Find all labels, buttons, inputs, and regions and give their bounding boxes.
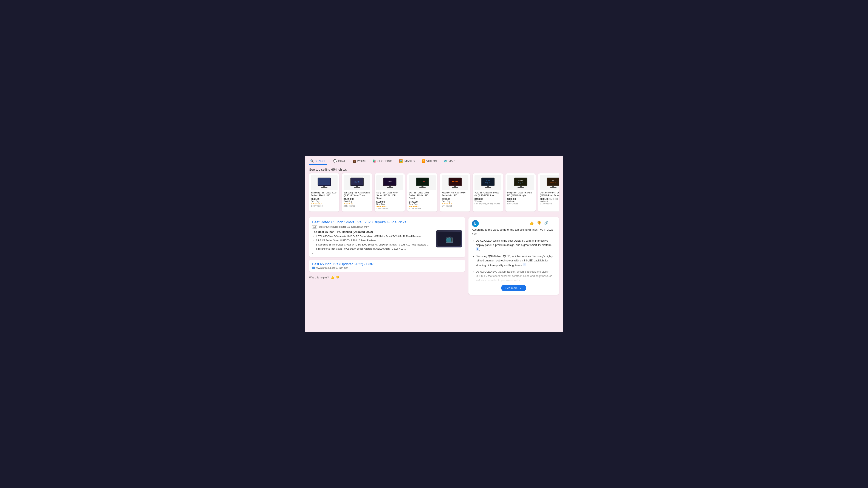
product-store: Best Buy	[344, 200, 370, 203]
svg-rect-7	[356, 186, 358, 187]
ai-item-2: Samsung QN90A Neo QLED, which combines S…	[476, 255, 553, 267]
ai-answer-box: b 👍 👎 🔗 ⋯ According to the web, some of …	[468, 217, 559, 295]
product-name: Sony - 65" Class X80K Series LED 4K HDR …	[376, 191, 403, 200]
product-price: $398.00	[507, 198, 534, 200]
tab-chat-label: CHAT	[338, 159, 345, 163]
product-viewed: 1.5K+ viewed	[376, 208, 403, 210]
list-item: 3. Samsung 65-Inch Class Crystal UHD TU-…	[316, 243, 434, 247]
list-item[interactable]: onn.OPAL QLED Onn. 65 Qled 4K UHD (2160P…	[538, 173, 559, 212]
nav-tabs: 🔍 SEARCH 💬 CHAT 💼 WORK 🛍️ SHOPPING 🖼️ IM…	[305, 156, 563, 165]
ai-item-3-faded: LG G2 OLED Evo Gallery Edition, which is…	[476, 270, 552, 282]
product-store: Walmart	[507, 200, 534, 203]
svg-rect-12	[389, 186, 391, 187]
product-name: Hisense - 65" Class U8H Series Mini LED.…	[442, 191, 468, 197]
svg-rect-29	[485, 187, 491, 188]
ai-faded-list: LG G2 OLED Evo Gallery Edition, which is…	[472, 270, 555, 283]
product-name: LG - 65" Class UQ75 Series LED 4K UHD Sm…	[409, 191, 436, 200]
product-name: Philips 65" Class 4K Ultra HD (2160P) Go…	[507, 191, 534, 197]
see-more-button[interactable]: See more	[501, 285, 526, 291]
product-price: $899.99	[442, 198, 468, 200]
product-price: $699.99	[376, 200, 403, 203]
search-icon: 🔍	[310, 159, 314, 163]
svg-rect-35	[518, 187, 524, 188]
product-image: PHILIPSGoogle TV	[507, 175, 534, 190]
tab-chat[interactable]: 💬 CHAT	[332, 158, 346, 165]
work-icon: 💼	[352, 159, 356, 163]
ai-item-1: LG C2 OLED, which is the best OLED TV wi…	[476, 239, 552, 247]
list-item[interactable]: PHILIPSGoogle TV Philips 65" Class 4K Ul…	[505, 173, 536, 212]
tab-videos[interactable]: ▶️ VIDEOS	[421, 158, 438, 165]
svg-rect-31	[515, 178, 527, 185]
helpful-label: Was this helpful?	[309, 276, 329, 279]
screen: 🔍 SEARCH 💬 CHAT 💼 WORK 🛍️ SHOPPING 🖼️ IM…	[305, 156, 563, 332]
thumbs-up-button[interactable]: 👍	[331, 276, 334, 279]
chevron-down-icon	[519, 287, 522, 290]
svg-rect-2	[323, 186, 325, 187]
cbr-url: www.cbr.com/best-65-inch-tvs/	[312, 267, 462, 269]
list-item[interactable]: LG UHD LG - 65" Class UQ75 Series LED 4K…	[407, 173, 437, 212]
product-viewed: 2.1K+ viewed	[540, 203, 559, 205]
left-column: Best Rated 65 Inch Smart TVs | 2023 Buye…	[309, 217, 465, 295]
product-viewed: 1K+ viewed	[442, 205, 468, 207]
list-item[interactable]: Hisense Hisense - 65" Class U8H Series M…	[440, 173, 470, 212]
ai-intro: According to the web, some of the top se…	[472, 228, 555, 236]
product-price: $649.99	[311, 198, 338, 200]
list-item[interactable]: VIZIO4K QLED Vizio 65" Class M6 Series 4…	[473, 173, 503, 212]
tab-shopping[interactable]: 🛍️ SHOPPING	[372, 158, 393, 165]
thumbs-down-button[interactable]: 👎	[336, 276, 340, 279]
product-viewed: 3.3K+ viewed	[311, 205, 338, 207]
tab-work[interactable]: 💼 WORK	[351, 158, 367, 165]
ad-thumbnail: 📺	[436, 230, 462, 248]
tab-work-label: WORK	[357, 159, 366, 163]
product-name: Samsung - 65" Class Q80B QLED 4K Smart T…	[344, 191, 370, 197]
citation-2[interactable]: 1	[523, 263, 526, 266]
right-column: b 👍 👎 🔗 ⋯ According to the web, some of …	[468, 217, 559, 295]
product-viewed: 2.5K+ viewed	[344, 205, 370, 207]
share-icon[interactable]: 🔗	[544, 221, 549, 226]
product-store: Walmart	[540, 200, 559, 203]
product-image: onn.OPAL QLED	[540, 175, 559, 190]
svg-text:PHILIPS: PHILIPS	[518, 180, 523, 182]
products-scroll: Samsung - 65" Class 8000 Series LED 4K U…	[309, 173, 559, 213]
list-item[interactable]: Samsung - 65" Class 8000 Series LED 4K U…	[309, 173, 339, 212]
ad-url-text: https://buyersguide.org/top-10-guide/sma…	[318, 226, 369, 228]
bing-logo: b	[472, 220, 479, 227]
svg-rect-18	[420, 187, 426, 188]
tab-images[interactable]: 🖼️ IMAGES	[398, 158, 416, 165]
svg-rect-22	[454, 186, 456, 187]
ellipsis: ...	[312, 252, 434, 254]
tab-videos-label: VIDEOS	[426, 159, 437, 163]
citation-1[interactable]: 1	[476, 247, 479, 251]
list-item[interactable]: QL 4K Samsung - 65" Class Q80B QLED 4K S…	[342, 173, 372, 212]
cbr-result: Best 65 Inch TVs (Updated 2022) - CBR ww…	[309, 260, 465, 272]
tab-maps[interactable]: 🗺️ MAPS	[443, 158, 457, 165]
tab-maps-label: MAPS	[448, 159, 456, 163]
thumbs-up-icon[interactable]: 👍	[529, 221, 534, 226]
product-store: Walmart	[474, 200, 501, 203]
tab-shopping-label: SHOPPING	[377, 159, 392, 163]
ad-list: 1. TCL 65" Class 6-Series 4K UHD QLED Do…	[312, 235, 434, 251]
svg-rect-40	[552, 186, 554, 187]
cbr-favicon	[312, 267, 315, 269]
svg-text:Google TV: Google TV	[518, 182, 523, 184]
product-viewed: Free shipping, 30-day returns	[474, 203, 501, 205]
svg-rect-8	[354, 187, 360, 188]
shopping-icon: 🛍️	[373, 159, 376, 163]
list-item[interactable]: SONY Sony - 65" Class X80K Series LED 4K…	[375, 173, 405, 212]
list-item: 4. Hisense 65-Inch Class H8 Quantum Seri…	[316, 247, 434, 251]
ai-content: According to the web, some of the top se…	[472, 228, 555, 291]
product-name: Samsung - 65" Class 8000 Series LED 4K U…	[311, 191, 338, 197]
product-price: $898.00 $568.00	[540, 198, 559, 200]
svg-text:SONY: SONY	[388, 181, 392, 182]
images-icon: 🖼️	[399, 159, 403, 163]
tab-search[interactable]: 🔍 SEARCH	[309, 158, 327, 165]
ad-result-title[interactable]: Best Rated 65 Inch Smart TVs | 2023 Buye…	[312, 220, 462, 224]
product-viewed: 3.1K+ viewed	[409, 208, 436, 210]
more-options-icon[interactable]: ⋯	[551, 221, 555, 226]
cbr-title[interactable]: Best 65 Inch TVs (Updated 2022) - CBR	[312, 262, 462, 266]
ai-answer-list: LG C2 OLED, which is the best OLED TV wi…	[472, 239, 555, 267]
thumbs-down-icon[interactable]: 👎	[536, 221, 541, 226]
videos-icon: ▶️	[422, 159, 425, 163]
cbr-url-text: www.cbr.com/best-65-inch-tvs/	[316, 267, 348, 269]
svg-rect-13	[386, 187, 393, 188]
